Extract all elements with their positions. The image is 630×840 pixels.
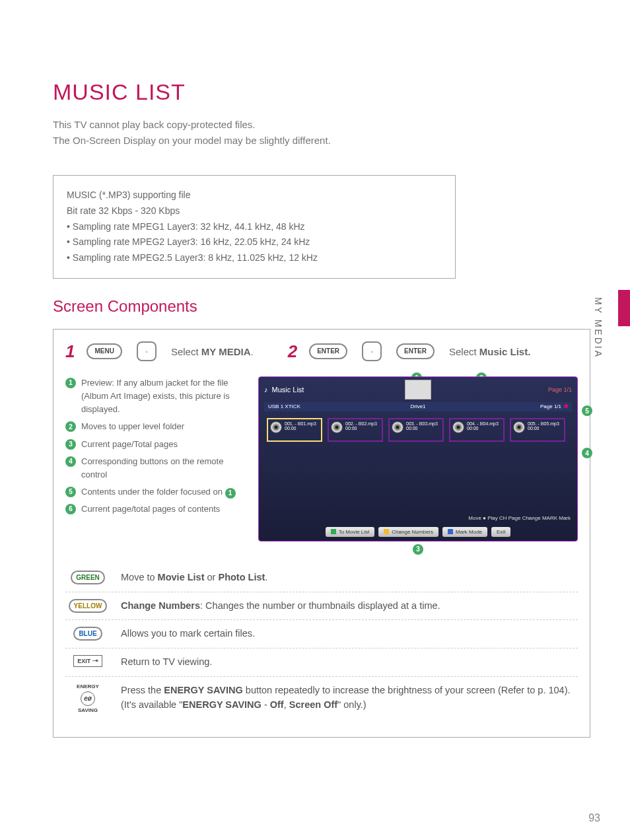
- t: (It's available ": [121, 699, 182, 710]
- music-thumb[interactable]: 002. - B02.mp300:00: [328, 418, 383, 442]
- steps-row: 1 MENU ◦ Select MY MEDIA. 2 ENTER ◦ ENTE…: [65, 341, 578, 362]
- t: 002. - B02.mp3: [345, 421, 377, 426]
- music-thumb[interactable]: 004. - B04.mp300:00: [449, 418, 505, 442]
- callout-3: 3: [65, 439, 76, 450]
- green-remote-button[interactable]: GREEN: [71, 571, 105, 584]
- disc-icon: [270, 421, 282, 433]
- step1-text: Select MY MEDIA.: [171, 346, 254, 357]
- t: Change Numbers: [121, 600, 200, 611]
- exit-description: Return to TV viewing.: [121, 655, 575, 670]
- yellow-description: Change Numbers: Changes the number or th…: [121, 599, 575, 613]
- t: Select: [449, 346, 479, 357]
- page-indicator-side: Page 1/1: [540, 403, 561, 409]
- t: Music List.: [479, 346, 531, 357]
- t: ENERGY SAVING: [164, 685, 243, 695]
- screen-components-frame: 1 MENU ◦ Select MY MEDIA. 2 ENTER ◦ ENTE…: [53, 329, 590, 738]
- step-number-2: 2: [288, 341, 297, 362]
- change-numbers-button[interactable]: Change Numbers: [378, 527, 438, 537]
- callout-6: 6: [65, 504, 76, 514]
- mock-button-bar: To Movie List Change Numbers Mark Mode E…: [259, 527, 577, 537]
- t: Select: [171, 346, 201, 357]
- callout-anchor-5: 5: [582, 404, 592, 417]
- t: 00:00: [406, 426, 418, 431]
- disc-icon: [392, 421, 403, 433]
- nav-arrows-icon[interactable]: ◦: [137, 341, 157, 361]
- legend-text: Corresponding buttons on the remote cont…: [81, 455, 250, 481]
- t: 00:00: [345, 426, 357, 431]
- color-square-icon: [384, 529, 389, 534]
- support-line: • Sampling rate MPEG1 Layer3: 32 kHz, 44…: [67, 219, 442, 235]
- mock-screen: ♪Music List Page 1/1 USB 1 XTICK Drive1 …: [258, 376, 578, 542]
- support-line: • Sampling rate MPEG2 Layer3: 16 kHz, 22…: [67, 234, 442, 250]
- page-title: MUSIC LIST: [53, 79, 590, 105]
- callout-anchor-3: 3: [413, 542, 423, 555]
- t: ,: [284, 699, 289, 710]
- t: " only.): [337, 699, 367, 710]
- green-description: Move to Movie List or Photo List.: [121, 571, 575, 585]
- t: Screen Off: [289, 699, 337, 710]
- usb-label: USB 1 XTICK: [268, 403, 300, 409]
- side-section-label: MY MEDIA: [593, 297, 604, 359]
- menu-button[interactable]: MENU: [87, 343, 122, 359]
- legend-text: Current page/total pages of contents: [81, 503, 220, 516]
- t: Exit: [497, 529, 505, 535]
- support-line: Bit rate 32 Kbps - 320 Kbps: [67, 203, 442, 219]
- blue-remote-button[interactable]: BLUE: [73, 627, 102, 641]
- t: Change Numbers: [392, 529, 433, 535]
- supported-format-box: MUSIC (*.MP3) supporting file Bit rate 3…: [53, 175, 456, 279]
- energy-description: Press the ENERGY SAVING button repeatedl…: [121, 683, 575, 713]
- drive-label: Drive1: [410, 403, 425, 409]
- t: or: [205, 572, 219, 582]
- legend-text: Contents under the folder focused on 1: [81, 485, 236, 499]
- t: Movie List: [158, 572, 205, 582]
- step2-text: Select Music List.: [449, 346, 530, 357]
- t: : Changes the number or thumbnails displ…: [200, 600, 440, 611]
- music-thumb[interactable]: 005. - B05.mp300:00: [510, 418, 565, 442]
- side-accent-tab: [618, 290, 630, 326]
- t: 003. - B03.mp3: [406, 421, 438, 426]
- intro-line-2: The On-Screen Display on your model may …: [53, 133, 590, 149]
- t: SAVING: [77, 707, 99, 714]
- yellow-remote-button[interactable]: YELLOW: [69, 599, 108, 613]
- t: 00:00: [467, 426, 479, 431]
- callout-4: 4: [65, 456, 76, 467]
- step-number-1: 1: [65, 341, 75, 362]
- to-movie-list-button[interactable]: To Movie List: [326, 527, 375, 537]
- mark-mode-button[interactable]: Mark Mode: [442, 527, 487, 537]
- color-square-icon: [331, 529, 336, 534]
- remote-controls-table: GREEN Move to Movie List or Photo List. …: [65, 564, 578, 720]
- enter-button[interactable]: ENTER: [396, 343, 435, 359]
- energy-icon: eø: [81, 691, 95, 706]
- nav-arrows-icon[interactable]: ◦: [362, 341, 382, 361]
- t: To Movie List: [339, 529, 370, 535]
- callout-ref-1: 1: [225, 488, 236, 499]
- mock-title: Music List: [272, 386, 304, 394]
- enter-button[interactable]: ENTER: [309, 343, 347, 359]
- t: Mark Mode: [456, 529, 482, 535]
- page-number: 93: [588, 812, 600, 824]
- page-dot-icon: [564, 404, 568, 408]
- t: Off: [270, 699, 284, 710]
- folder-icon: [405, 380, 431, 400]
- music-thumb[interactable]: 001. - B01.mp300:00: [267, 418, 322, 442]
- t: 004. - B04.mp3: [467, 421, 499, 426]
- t: ENERGY: [77, 683, 99, 690]
- energy-saving-remote-button[interactable]: ENERGY eø SAVING: [77, 683, 99, 713]
- exit-button[interactable]: Exit: [491, 527, 510, 537]
- legend-text: Preview: If any album jacket for the fil…: [81, 376, 250, 416]
- legend-list: 1Preview: If any album jacket for the fi…: [65, 376, 250, 542]
- music-thumb[interactable]: 003. - B03.mp300:00: [388, 418, 444, 442]
- disc-icon: [331, 421, 343, 433]
- lower-row: 1Preview: If any album jacket for the fi…: [65, 376, 578, 542]
- exit-remote-button[interactable]: EXIT ⭲: [73, 655, 102, 667]
- callout-5: 5: [65, 487, 76, 497]
- t: .: [251, 346, 254, 357]
- disc-icon: [513, 421, 525, 433]
- support-line: • Sampling rate MPEG2.5 Layer3: 8 kHz, 1…: [67, 250, 442, 266]
- t: -: [262, 699, 270, 710]
- t: .: [265, 572, 267, 582]
- t: button repeatedly to increase the bright…: [243, 685, 571, 695]
- t: EXIT: [77, 658, 90, 664]
- disc-icon: [452, 421, 464, 433]
- t: 001. - B01.mp3: [285, 421, 316, 426]
